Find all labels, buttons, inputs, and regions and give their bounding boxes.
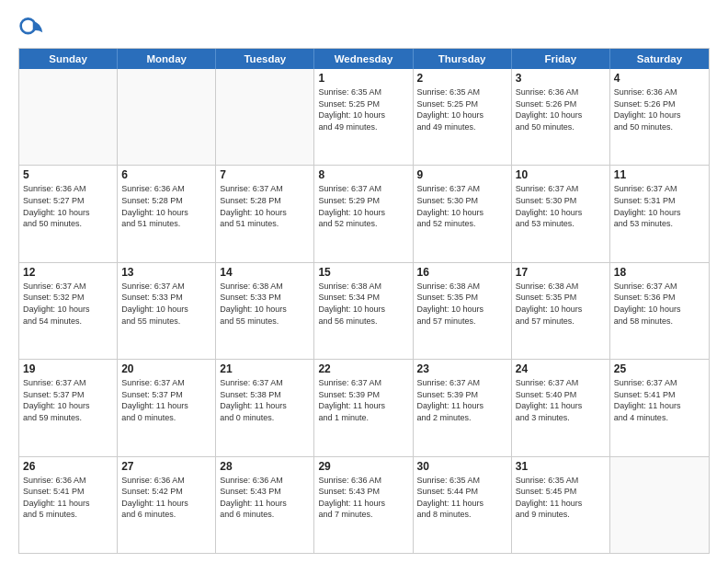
day-number: 9 xyxy=(417,168,507,181)
weekday-header-sunday: Sunday xyxy=(19,49,118,69)
logo-icon xyxy=(18,15,44,40)
day-info: Sunrise: 6:37 AM Sunset: 5:32 PM Dayligh… xyxy=(23,281,113,327)
page: SundayMondayTuesdayWednesdayThursdayFrid… xyxy=(0,0,728,563)
calendar-day-16: 16Sunrise: 6:38 AM Sunset: 5:35 PM Dayli… xyxy=(414,263,512,359)
weekday-header-saturday: Saturday xyxy=(610,49,709,69)
day-number: 16 xyxy=(417,266,507,279)
day-info: Sunrise: 6:37 AM Sunset: 5:29 PM Dayligh… xyxy=(318,183,408,229)
day-number: 24 xyxy=(516,362,606,375)
weekday-header-monday: Monday xyxy=(118,49,216,69)
calendar-day-13: 13Sunrise: 6:37 AM Sunset: 5:33 PM Dayli… xyxy=(118,263,216,359)
calendar-day-empty xyxy=(610,457,709,553)
header xyxy=(18,15,710,40)
day-info: Sunrise: 6:35 AM Sunset: 5:25 PM Dayligh… xyxy=(318,86,408,132)
calendar-day-17: 17Sunrise: 6:38 AM Sunset: 5:35 PM Dayli… xyxy=(512,263,610,359)
day-number: 15 xyxy=(318,266,408,279)
day-number: 12 xyxy=(23,266,113,279)
day-number: 14 xyxy=(220,266,310,279)
calendar-day-3: 3Sunrise: 6:36 AM Sunset: 5:26 PM Daylig… xyxy=(512,69,610,165)
calendar-day-30: 30Sunrise: 6:35 AM Sunset: 5:44 PM Dayli… xyxy=(414,457,512,553)
day-info: Sunrise: 6:35 AM Sunset: 5:44 PM Dayligh… xyxy=(417,475,507,521)
calendar-day-7: 7Sunrise: 6:37 AM Sunset: 5:28 PM Daylig… xyxy=(216,166,314,261)
day-info: Sunrise: 6:37 AM Sunset: 5:37 PM Dayligh… xyxy=(23,377,113,423)
calendar-day-9: 9Sunrise: 6:37 AM Sunset: 5:30 PM Daylig… xyxy=(414,166,512,261)
calendar-day-19: 19Sunrise: 6:37 AM Sunset: 5:37 PM Dayli… xyxy=(19,360,118,455)
day-info: Sunrise: 6:36 AM Sunset: 5:43 PM Dayligh… xyxy=(220,475,310,521)
day-info: Sunrise: 6:37 AM Sunset: 5:28 PM Dayligh… xyxy=(220,183,310,229)
day-number: 5 xyxy=(23,168,113,181)
day-number: 11 xyxy=(614,168,705,181)
calendar-day-25: 25Sunrise: 6:37 AM Sunset: 5:41 PM Dayli… xyxy=(610,360,709,455)
day-number: 2 xyxy=(417,72,507,85)
day-number: 20 xyxy=(121,362,211,375)
day-info: Sunrise: 6:37 AM Sunset: 5:39 PM Dayligh… xyxy=(417,377,507,423)
calendar-day-empty xyxy=(118,69,216,165)
day-info: Sunrise: 6:38 AM Sunset: 5:34 PM Dayligh… xyxy=(318,281,408,327)
day-info: Sunrise: 6:37 AM Sunset: 5:30 PM Dayligh… xyxy=(516,183,606,229)
calendar-week-4: 19Sunrise: 6:37 AM Sunset: 5:37 PM Dayli… xyxy=(19,359,709,455)
day-number: 1 xyxy=(318,72,408,85)
day-number: 4 xyxy=(614,72,705,85)
day-info: Sunrise: 6:36 AM Sunset: 5:41 PM Dayligh… xyxy=(23,475,113,521)
day-info: Sunrise: 6:36 AM Sunset: 5:42 PM Dayligh… xyxy=(121,475,211,521)
calendar-day-23: 23Sunrise: 6:37 AM Sunset: 5:39 PM Dayli… xyxy=(414,360,512,455)
day-number: 19 xyxy=(23,362,113,375)
day-number: 27 xyxy=(121,460,211,473)
day-number: 26 xyxy=(23,460,113,473)
day-number: 6 xyxy=(121,168,211,181)
calendar-day-21: 21Sunrise: 6:37 AM Sunset: 5:38 PM Dayli… xyxy=(216,360,314,455)
calendar-day-29: 29Sunrise: 6:36 AM Sunset: 5:43 PM Dayli… xyxy=(314,457,413,553)
day-info: Sunrise: 6:36 AM Sunset: 5:27 PM Dayligh… xyxy=(23,183,113,229)
day-number: 8 xyxy=(318,168,408,181)
day-info: Sunrise: 6:37 AM Sunset: 5:36 PM Dayligh… xyxy=(614,281,705,327)
day-info: Sunrise: 6:38 AM Sunset: 5:35 PM Dayligh… xyxy=(516,281,606,327)
calendar-day-5: 5Sunrise: 6:36 AM Sunset: 5:27 PM Daylig… xyxy=(19,166,118,261)
day-number: 10 xyxy=(516,168,606,181)
day-number: 17 xyxy=(516,266,606,279)
day-number: 22 xyxy=(318,362,408,375)
calendar-day-14: 14Sunrise: 6:38 AM Sunset: 5:33 PM Dayli… xyxy=(216,263,314,359)
day-number: 31 xyxy=(516,460,606,473)
calendar-day-2: 2Sunrise: 6:35 AM Sunset: 5:25 PM Daylig… xyxy=(414,69,512,165)
day-number: 21 xyxy=(220,362,310,375)
calendar-day-12: 12Sunrise: 6:37 AM Sunset: 5:32 PM Dayli… xyxy=(19,263,118,359)
calendar: SundayMondayTuesdayWednesdayThursdayFrid… xyxy=(18,48,710,554)
calendar-day-11: 11Sunrise: 6:37 AM Sunset: 5:31 PM Dayli… xyxy=(610,166,709,261)
calendar-day-4: 4Sunrise: 6:36 AM Sunset: 5:26 PM Daylig… xyxy=(610,69,709,165)
calendar-week-2: 5Sunrise: 6:36 AM Sunset: 5:27 PM Daylig… xyxy=(19,165,709,261)
calendar-day-24: 24Sunrise: 6:37 AM Sunset: 5:40 PM Dayli… xyxy=(512,360,610,455)
day-info: Sunrise: 6:37 AM Sunset: 5:33 PM Dayligh… xyxy=(121,281,211,327)
calendar-week-1: 1Sunrise: 6:35 AM Sunset: 5:25 PM Daylig… xyxy=(19,69,709,165)
day-number: 29 xyxy=(318,460,408,473)
day-info: Sunrise: 6:37 AM Sunset: 5:39 PM Dayligh… xyxy=(318,377,408,423)
logo xyxy=(18,15,48,40)
day-number: 28 xyxy=(220,460,310,473)
day-info: Sunrise: 6:37 AM Sunset: 5:37 PM Dayligh… xyxy=(121,377,211,423)
day-number: 13 xyxy=(121,266,211,279)
day-info: Sunrise: 6:36 AM Sunset: 5:28 PM Dayligh… xyxy=(121,183,211,229)
day-info: Sunrise: 6:37 AM Sunset: 5:40 PM Dayligh… xyxy=(516,377,606,423)
day-info: Sunrise: 6:35 AM Sunset: 5:25 PM Dayligh… xyxy=(417,86,507,132)
calendar-day-empty xyxy=(216,69,314,165)
calendar-body: 1Sunrise: 6:35 AM Sunset: 5:25 PM Daylig… xyxy=(19,69,709,553)
calendar-day-8: 8Sunrise: 6:37 AM Sunset: 5:29 PM Daylig… xyxy=(314,166,413,261)
day-info: Sunrise: 6:38 AM Sunset: 5:35 PM Dayligh… xyxy=(417,281,507,327)
day-number: 3 xyxy=(516,72,606,85)
calendar-week-5: 26Sunrise: 6:36 AM Sunset: 5:41 PM Dayli… xyxy=(19,456,709,553)
weekday-header-thursday: Thursday xyxy=(414,49,512,69)
weekday-header-tuesday: Tuesday xyxy=(216,49,314,69)
day-info: Sunrise: 6:35 AM Sunset: 5:45 PM Dayligh… xyxy=(516,475,606,521)
calendar-day-22: 22Sunrise: 6:37 AM Sunset: 5:39 PM Dayli… xyxy=(314,360,413,455)
day-info: Sunrise: 6:37 AM Sunset: 5:41 PM Dayligh… xyxy=(614,377,705,423)
calendar-day-28: 28Sunrise: 6:36 AM Sunset: 5:43 PM Dayli… xyxy=(216,457,314,553)
calendar-day-20: 20Sunrise: 6:37 AM Sunset: 5:37 PM Dayli… xyxy=(118,360,216,455)
day-info: Sunrise: 6:36 AM Sunset: 5:26 PM Dayligh… xyxy=(516,86,606,132)
calendar-day-26: 26Sunrise: 6:36 AM Sunset: 5:41 PM Dayli… xyxy=(19,457,118,553)
day-number: 23 xyxy=(417,362,507,375)
calendar-day-15: 15Sunrise: 6:38 AM Sunset: 5:34 PM Dayli… xyxy=(314,263,413,359)
calendar-header: SundayMondayTuesdayWednesdayThursdayFrid… xyxy=(19,49,709,69)
calendar-day-empty xyxy=(19,69,118,165)
day-info: Sunrise: 6:36 AM Sunset: 5:43 PM Dayligh… xyxy=(318,475,408,521)
calendar-day-18: 18Sunrise: 6:37 AM Sunset: 5:36 PM Dayli… xyxy=(610,263,709,359)
calendar-day-10: 10Sunrise: 6:37 AM Sunset: 5:30 PM Dayli… xyxy=(512,166,610,261)
